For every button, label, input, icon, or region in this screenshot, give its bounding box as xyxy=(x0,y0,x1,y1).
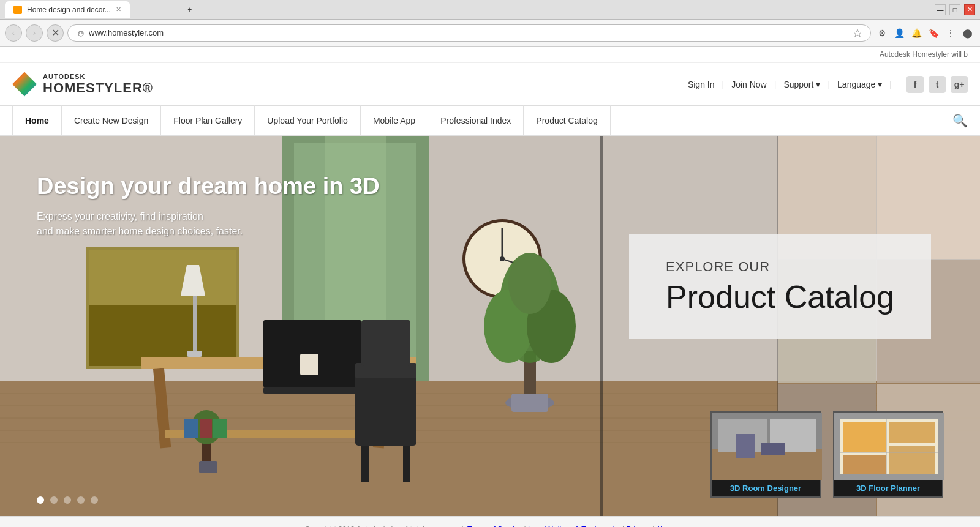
social-icons: f t g+ xyxy=(907,76,968,93)
svg-point-0 xyxy=(78,31,83,36)
sign-in-link[interactable]: Sign In xyxy=(688,80,715,89)
toolbar-actions: ⚙ 👤 🔔 🔖 ⋮ ⬤ xyxy=(875,26,975,40)
language-button[interactable]: Language ▾ xyxy=(837,80,882,89)
nav-item-mobile[interactable]: Mobile App xyxy=(361,105,428,136)
svg-rect-49 xyxy=(200,419,212,438)
svg-rect-70 xyxy=(843,455,886,474)
join-now-link[interactable]: Join Now xyxy=(731,80,767,89)
slide-dot-3[interactable] xyxy=(64,496,71,504)
bottom-thumbnails: 3D Room Designer xyxy=(710,411,943,498)
room-designer-label: 3D Room Designer xyxy=(712,480,820,496)
svg-point-26 xyxy=(508,253,551,314)
svg-rect-50 xyxy=(213,419,227,438)
window-minimize[interactable]: — xyxy=(935,4,946,15)
tab-favicon xyxy=(13,6,22,14)
browser-title-bar: Home design and decor... ✕ + — □ ✕ xyxy=(0,0,980,20)
url-text: www.homestyler.com xyxy=(89,28,850,37)
support-button[interactable]: Support ▾ xyxy=(783,80,820,89)
header-actions: Sign In | Join Now | Support ▾ | Languag… xyxy=(688,76,968,93)
back-button[interactable]: ‹ xyxy=(5,24,22,42)
hero-headline: Design your dream home in 3D xyxy=(37,173,380,200)
star-icon xyxy=(853,29,862,37)
svg-rect-69 xyxy=(889,446,935,474)
hero-text: Design your dream home in 3D Express you… xyxy=(37,173,380,239)
support-chevron-icon: ▾ xyxy=(816,80,820,89)
extensions-icon[interactable]: ⚙ xyxy=(875,26,889,40)
twitter-icon[interactable]: t xyxy=(929,76,946,93)
slide-dots xyxy=(37,496,98,504)
googleplus-icon[interactable]: g+ xyxy=(951,76,968,93)
room-designer-thumb[interactable]: 3D Room Designer xyxy=(710,411,821,498)
svg-rect-28 xyxy=(511,394,548,412)
hero-subtext: Express your creativity, find inspiratio… xyxy=(37,209,380,239)
svg-rect-68 xyxy=(889,422,935,443)
facebook-icon[interactable]: f xyxy=(907,76,924,93)
nav-item-portfolio[interactable]: Upload Your Portfolio xyxy=(255,105,361,136)
nav-item-floorplan[interactable]: Floor Plan Gallery xyxy=(161,105,255,136)
svg-rect-40 xyxy=(355,372,417,446)
homestyler-text: HOMESTYLER® xyxy=(43,80,153,96)
autodesk-logo-icon xyxy=(12,72,37,97)
tab-close-button[interactable]: ✕ xyxy=(116,6,121,13)
window-maximize[interactable]: □ xyxy=(949,4,960,15)
svg-rect-33 xyxy=(193,296,197,357)
svg-rect-42 xyxy=(361,446,369,482)
hero-section: Design your dream home in 3D Express you… xyxy=(0,136,980,516)
svg-rect-63 xyxy=(736,434,755,458)
bookmark-icon[interactable]: 🔖 xyxy=(926,26,941,40)
reload-button[interactable]: ✕ xyxy=(47,24,64,42)
room-designer-preview xyxy=(712,413,822,480)
announcement-text: Autodesk Homestyler will b xyxy=(880,50,968,59)
svg-rect-35 xyxy=(187,351,202,357)
explore-label: EXPLORE OUR xyxy=(666,259,894,275)
circle-icon[interactable]: ⬤ xyxy=(960,26,975,40)
address-bar[interactable]: www.homestyler.com xyxy=(67,24,871,42)
svg-rect-67 xyxy=(843,422,886,452)
search-icon[interactable]: 🔍 xyxy=(952,113,968,128)
svg-marker-1 xyxy=(854,29,862,37)
nav-item-create[interactable]: Create New Design xyxy=(62,105,161,136)
floor-planner-thumb[interactable]: 3D Floor Planner xyxy=(833,411,943,498)
browser-chrome: Home design and decor... ✕ + — □ ✕ ‹ › ✕… xyxy=(0,0,980,47)
nav-items: Home Create New Design Floor Plan Galler… xyxy=(12,105,952,136)
nav-item-professional[interactable]: Professional Index xyxy=(428,105,524,136)
browser-toolbar: ‹ › ✕ www.homestyler.com ⚙ 👤 🔔 🔖 ⋮ ⬤ xyxy=(0,20,980,47)
menu-icon[interactable]: ⋮ xyxy=(943,26,958,40)
site-wrapper: Autodesk Homestyler will b AUTODESK HOME… xyxy=(0,47,980,527)
site-footer: Copyright 2013 Autodesk, Inc. All rights… xyxy=(0,516,980,527)
new-tab-button[interactable]: + xyxy=(135,1,245,18)
svg-rect-44 xyxy=(361,320,410,366)
browser-tab[interactable]: Home design and decor... ✕ xyxy=(5,1,130,18)
user-icon[interactable]: 👤 xyxy=(892,26,907,40)
nav-item-home[interactable]: Home xyxy=(12,105,62,136)
language-chevron-icon: ▾ xyxy=(878,80,882,89)
svg-rect-64 xyxy=(761,443,785,455)
nav-item-catalog[interactable]: Product Catalog xyxy=(524,105,610,136)
svg-rect-43 xyxy=(403,446,410,482)
site-nav: Home Create New Design Floor Plan Galler… xyxy=(0,106,980,136)
logo-area: AUTODESK HOMESTYLER® xyxy=(12,72,153,97)
catalog-title: Product Catalog xyxy=(666,280,894,315)
notifications-icon[interactable]: 🔔 xyxy=(909,26,924,40)
tab-title: Home design and decor... xyxy=(27,6,111,14)
svg-rect-39 xyxy=(300,354,318,375)
slide-dot-1[interactable] xyxy=(37,496,44,504)
autodesk-text: AUTODESK xyxy=(43,73,153,80)
svg-rect-57 xyxy=(600,136,603,516)
svg-rect-48 xyxy=(184,419,198,438)
room-designer-svg xyxy=(712,413,822,480)
svg-rect-15 xyxy=(89,250,236,305)
forward-button[interactable]: › xyxy=(26,24,43,42)
logo-text-group: AUTODESK HOMESTYLER® xyxy=(43,73,153,96)
site-header: AUTODESK HOMESTYLER® Sign In | Join Now … xyxy=(0,63,980,106)
slide-dot-2[interactable] xyxy=(50,496,58,504)
product-catalog-overlay: EXPLORE OUR Product Catalog xyxy=(629,234,931,339)
floor-planner-label: 3D Floor Planner xyxy=(834,480,942,496)
floor-planner-preview xyxy=(834,413,944,480)
floor-planner-svg xyxy=(834,413,944,480)
slide-dot-4[interactable] xyxy=(77,496,85,504)
slide-dot-5[interactable] xyxy=(91,496,98,504)
window-close[interactable]: ✕ xyxy=(964,4,975,15)
lock-icon xyxy=(77,29,85,37)
announcement-bar: Autodesk Homestyler will b xyxy=(0,47,980,63)
